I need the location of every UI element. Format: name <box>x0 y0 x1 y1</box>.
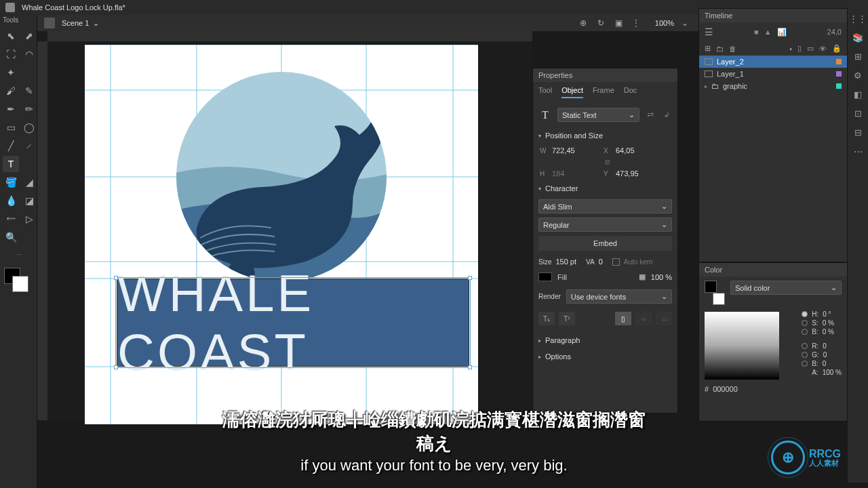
embed-button[interactable]: Embed <box>538 236 672 251</box>
border-button[interactable]: ▭ <box>656 312 672 325</box>
dot-icon[interactable]: • <box>789 45 792 53</box>
new-layer-icon[interactable]: ⊞ <box>705 44 711 53</box>
g-value[interactable]: 0 <box>823 351 827 359</box>
s-radio[interactable] <box>802 320 808 326</box>
oval-tool[interactable]: ◯ <box>21 119 37 136</box>
scene-dropdown[interactable]: Scene 1⌄ <box>62 19 99 28</box>
a-value[interactable]: 100 % <box>823 369 842 376</box>
fill-stroke-swatches[interactable] <box>4 268 28 292</box>
auto-kern-checkbox[interactable] <box>612 258 620 266</box>
rail-icon[interactable]: ⚙ <box>852 69 864 81</box>
camera-icon[interactable]: ■ <box>754 28 759 37</box>
orientation-icon[interactable]: ⮂ <box>645 110 656 120</box>
rotate-icon[interactable]: ↻ <box>594 16 608 30</box>
lock-icon[interactable]: 🔒 <box>832 44 842 53</box>
pen-tool[interactable]: ✒ <box>3 101 19 117</box>
layer-row[interactable]: Layer_1 <box>699 68 847 80</box>
tab-object[interactable]: Object <box>561 86 583 98</box>
position-size-header[interactable]: ▾Position and Size <box>533 127 677 144</box>
font-style-dropdown[interactable]: Regular⌄ <box>538 218 672 232</box>
center-stage-icon[interactable]: ⊕ <box>576 16 590 30</box>
b2-value[interactable]: 0 <box>823 360 827 367</box>
lock-aspect-icon[interactable]: ⊟ <box>604 159 612 165</box>
visibility-icon[interactable]: 👁 <box>819 45 827 53</box>
empty-tool[interactable] <box>21 64 37 81</box>
html-button[interactable]: ‹› <box>635 312 652 325</box>
tab-tool[interactable]: Tool <box>538 86 552 98</box>
letter-spacing-input[interactable]: 0 <box>599 258 603 266</box>
clip-icon[interactable]: ▣ <box>612 16 625 30</box>
subscript-button[interactable]: T₁ <box>538 312 555 325</box>
text-dir-icon[interactable]: ↲ <box>661 110 672 120</box>
more-tools[interactable]: ⋯ <box>0 248 37 262</box>
size-input[interactable]: 150 pt <box>555 258 576 266</box>
fps-display[interactable]: 24,0 <box>827 28 842 36</box>
render-dropdown[interactable]: Use device fonts⌄ <box>566 289 672 304</box>
color-mode-dropdown[interactable]: Solid color⌄ <box>730 281 842 295</box>
r-radio[interactable] <box>802 343 808 349</box>
b-value[interactable]: 0 % <box>823 328 834 336</box>
outline-icon[interactable]: ▭ <box>807 44 814 53</box>
text-object[interactable]: WHALE COAST <box>117 279 469 367</box>
layer-row[interactable]: ▸ 🗀 graphic <box>699 80 847 92</box>
chart-icon[interactable]: 📊 <box>777 28 787 37</box>
fill-alpha-input[interactable]: 100 % <box>651 273 672 281</box>
stage[interactable]: WHALE COAST <box>85 45 478 424</box>
w-input[interactable]: 722,45 <box>552 146 599 155</box>
grid-icon[interactable]: ⋮ <box>629 16 643 30</box>
line-tool[interactable]: ╱ <box>3 138 19 154</box>
eraser-tool[interactable]: ◪ <box>21 192 37 209</box>
selection-tool[interactable]: ⬉ <box>3 28 19 44</box>
rail-icon[interactable]: ⋮⋮ <box>852 12 864 24</box>
zoom-level[interactable]: 100% <box>647 19 674 27</box>
lasso-tool[interactable]: ◠ <box>21 46 37 62</box>
b-radio[interactable] <box>802 329 808 335</box>
font-family-dropdown[interactable]: Aldi Slim⌄ <box>538 199 672 214</box>
tab-doc[interactable]: Doc <box>624 86 637 98</box>
brush-tool[interactable]: 🖌 <box>3 83 19 99</box>
selectable-button[interactable]: ▯ <box>615 312 631 325</box>
pencil-tool[interactable]: ✏ <box>21 101 37 117</box>
ink-bottle-tool[interactable]: ◢ <box>21 174 37 190</box>
text-tool[interactable]: T <box>3 156 19 172</box>
paint-bucket-tool[interactable]: 🪣 <box>3 174 19 190</box>
fill-color-swatch[interactable] <box>538 272 552 281</box>
superscript-button[interactable]: T¹ <box>559 312 575 325</box>
b2-radio[interactable] <box>802 361 808 367</box>
zoom-dropdown-icon[interactable]: ⌄ <box>678 16 692 30</box>
h-value[interactable]: 0 ° <box>823 310 831 318</box>
subselection-tool[interactable]: ⬈ <box>21 28 37 44</box>
rail-icon[interactable]: ⊡ <box>852 107 864 119</box>
rail-icon[interactable]: ◧ <box>852 88 864 100</box>
rectangle-tool[interactable]: ▭ <box>3 119 19 136</box>
ruler-vertical[interactable] <box>37 41 47 420</box>
layer-row[interactable]: Layer_2 <box>699 56 847 68</box>
document-tab[interactable]: Whale Coast Logo Lock Up.fla* <box>22 3 125 12</box>
g-radio[interactable] <box>802 352 808 358</box>
r-value[interactable]: 0 <box>823 342 827 350</box>
x-input[interactable]: 64,05 <box>616 146 663 155</box>
width-tool[interactable]: ⬳ <box>3 211 19 227</box>
rail-icon[interactable]: ⊞ <box>852 50 864 62</box>
paint-brush-tool[interactable]: ✎ <box>21 83 37 99</box>
s-value[interactable]: 0 % <box>823 319 834 327</box>
h-input[interactable]: 184 <box>552 169 599 178</box>
character-header[interactable]: ▾Character <box>533 180 677 197</box>
layers-icon[interactable]: ☰ <box>705 26 713 37</box>
highlight-icon[interactable]: ▯ <box>797 44 802 53</box>
canvas-area[interactable]: WHALE COAST <box>37 31 532 420</box>
text-type-dropdown[interactable]: Static Text⌄ <box>557 108 639 122</box>
color-picker-area[interactable] <box>705 312 779 380</box>
y-input[interactable]: 473,95 <box>616 169 663 178</box>
bone-tool[interactable]: ⟋ <box>21 138 37 154</box>
ruler-horizontal[interactable] <box>47 31 532 41</box>
tab-frame[interactable]: Frame <box>593 86 614 98</box>
hex-value[interactable]: 000000 <box>713 385 738 393</box>
zoom-tool[interactable]: 🔍 <box>3 229 19 245</box>
eyedropper-tool[interactable]: 💧 <box>3 192 19 209</box>
options-header[interactable]: ▸Options <box>533 348 677 365</box>
rail-icon[interactable]: ⊟ <box>852 126 864 138</box>
fluid-brush-tool[interactable]: ✦ <box>3 64 19 81</box>
free-transform-tool[interactable]: ⛶ <box>3 46 19 62</box>
rail-icon[interactable]: ⋯ <box>852 145 864 157</box>
